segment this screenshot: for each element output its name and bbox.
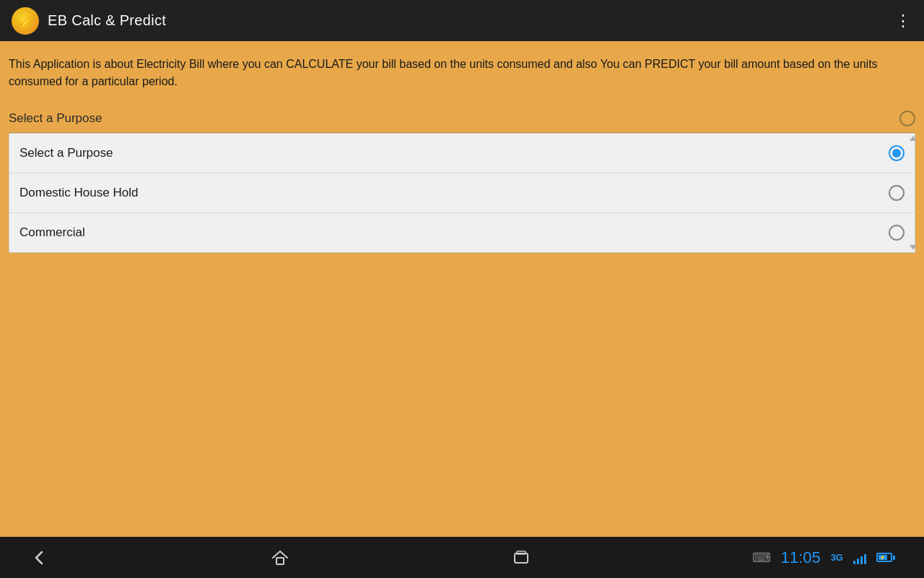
app-title: EB Calc & Predict <box>48 12 166 29</box>
dropdown-item-label-0: Select a Purpose <box>19 146 113 160</box>
keyboard-icon[interactable]: ⌨ <box>752 550 771 566</box>
lightning-icon: ⚡ <box>17 13 33 29</box>
recents-button[interactable] <box>511 548 531 568</box>
back-button[interactable] <box>29 548 49 568</box>
scroll-down-arrow <box>910 245 917 250</box>
network-indicator: 3G <box>831 552 843 563</box>
spinner-label: Select a Purpose <box>9 111 102 126</box>
main-content: This Application is about Electricity Bi… <box>0 41 924 537</box>
dropdown-item-0[interactable]: Select a Purpose <box>9 134 915 173</box>
dropdown-item-label-1: Domestic House Hold <box>19 186 138 200</box>
radio-unselected-2 <box>889 225 905 241</box>
dropdown-wrapper: Select a Purpose Domestic House Hold Com… <box>9 133 915 253</box>
app-bar-left: ⚡ EB Calc & Predict <box>12 7 166 35</box>
svg-rect-1 <box>515 553 528 563</box>
nav-bar: ⌨ 11:05 3G ⚡ <box>0 537 924 578</box>
dropdown-item-label-2: Commercial <box>19 225 85 240</box>
overflow-menu-button[interactable]: ⋮ <box>895 13 912 29</box>
scroll-up-arrow <box>910 136 917 141</box>
battery-icon: ⚡ <box>876 553 895 562</box>
dropdown-item-2[interactable]: Commercial <box>9 213 915 252</box>
dropdown-container: Select a Purpose Domestic House Hold Com… <box>9 133 915 253</box>
svg-rect-0 <box>276 558 284 564</box>
app-icon: ⚡ <box>12 7 39 35</box>
spinner-row[interactable]: Select a Purpose <box>9 111 915 133</box>
home-button[interactable] <box>270 548 290 568</box>
signal-bars <box>853 551 866 564</box>
status-time: 11:05 <box>781 548 821 567</box>
radio-selected-0 <box>889 145 905 161</box>
spinner-radio-indicator <box>899 111 915 126</box>
app-bar: ⚡ EB Calc & Predict ⋮ <box>0 0 924 41</box>
radio-unselected-1 <box>889 185 905 201</box>
dropdown-scrollbar <box>911 133 915 253</box>
dropdown-item-1[interactable]: Domestic House Hold <box>9 173 915 213</box>
description-text: This Application is about Electricity Bi… <box>9 56 915 90</box>
status-area: ⌨ 11:05 3G ⚡ <box>752 548 895 567</box>
